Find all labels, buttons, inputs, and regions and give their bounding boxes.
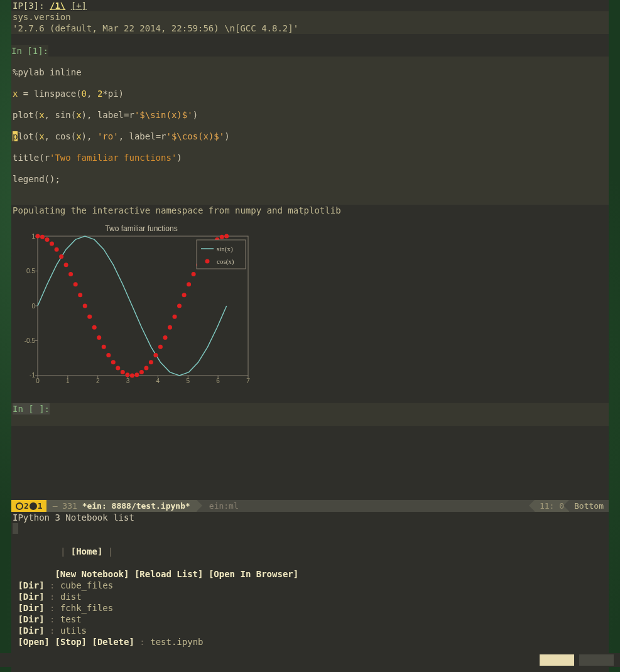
major-mode: ein:ml	[197, 501, 239, 511]
svg-point-45	[116, 366, 120, 370]
svg-point-40	[92, 325, 97, 330]
svg-point-39	[87, 315, 92, 319]
svg-point-51	[144, 366, 148, 370]
svg-text:-0.5: -0.5	[24, 337, 36, 344]
notebook-list: IPython 3 Notebook list | [Home] | [New …	[11, 512, 609, 648]
dir-button[interactable]: [Dir]	[18, 626, 44, 636]
output-line: sys.version	[13, 11, 607, 23]
svg-text:0.5: 0.5	[26, 268, 35, 274]
open-button[interactable]: [Open]	[18, 637, 50, 647]
svg-text:3: 3	[126, 377, 130, 384]
svg-point-54	[158, 345, 163, 349]
spacer	[11, 392, 609, 403]
ip-label: IP[3]:	[13, 0, 50, 11]
svg-point-67	[220, 235, 224, 239]
code-line: %pylab inline	[13, 67, 82, 77]
svg-point-28	[36, 234, 40, 239]
entry-name[interactable]: fchk_files	[60, 603, 113, 613]
svg-point-34	[64, 263, 68, 267]
list-item: [Dir] : cube_files	[13, 580, 607, 591]
add-cell-button[interactable]: [+]	[71, 0, 87, 11]
svg-point-36	[73, 282, 78, 286]
plot-output: Two familiar functions 1 0.5 0 -0.5 -1	[11, 216, 609, 392]
output-line: '2.7.6 (default, Mar 22 2014, 22:59:56) …	[13, 23, 607, 34]
entry-name[interactable]: test.ipynb	[150, 637, 203, 647]
buffer-name[interactable]: *ein: 8888/test.ipynb*	[82, 501, 190, 511]
svg-point-42	[102, 345, 106, 349]
cell-output-3: sys.version '2.7.6 (default, Mar 22 2014…	[11, 11, 609, 34]
modeline-main: — 331 *ein: 8888/test.ipynb*	[46, 500, 197, 512]
cell-in-1-header: In [1]:	[11, 45, 609, 57]
svg-point-55	[163, 335, 168, 340]
spacer	[11, 34, 609, 45]
svg-point-56	[168, 325, 172, 330]
svg-text:7: 7	[246, 377, 250, 384]
delete-button[interactable]: [Delete]	[92, 637, 134, 647]
svg-text:-1: -1	[30, 372, 35, 379]
populate-message: Populating the interactive namespace fro…	[11, 205, 609, 216]
modeline-top: 2 1 — 331 *ein: 8888/test.ipynb* ein:ml …	[11, 500, 609, 512]
svg-text:4: 4	[156, 377, 160, 384]
dir-button[interactable]: [Dir]	[18, 614, 44, 624]
entry-name[interactable]: dist	[60, 592, 82, 602]
kernel-link[interactable]: /1\	[50, 0, 65, 11]
svg-point-52	[149, 360, 153, 364]
svg-point-68	[224, 234, 229, 239]
svg-text:6: 6	[216, 377, 220, 384]
svg-point-57	[173, 315, 177, 319]
filler	[11, 426, 609, 500]
entry-name[interactable]: test	[60, 614, 82, 624]
svg-point-49	[134, 372, 139, 377]
breadcrumb: | [Home] |	[13, 534, 607, 546]
dir-button[interactable]: [Dir]	[18, 580, 44, 590]
legend: sin(x) cos(x)	[197, 240, 246, 269]
svg-text:1: 1	[66, 377, 70, 384]
svg-point-32	[55, 247, 59, 252]
svg-point-58	[177, 304, 182, 308]
dir-button[interactable]: [Dir]	[18, 592, 44, 602]
svg-point-72	[205, 259, 210, 264]
svg-point-38	[83, 304, 87, 308]
cursor	[13, 523, 18, 534]
svg-point-30	[45, 237, 50, 242]
svg-point-37	[78, 293, 82, 297]
reload-list-button[interactable]: [Reload List]	[134, 569, 204, 579]
svg-point-33	[59, 254, 63, 259]
win-indicator-icon	[30, 502, 37, 510]
stop-button[interactable]: [Stop]	[55, 637, 87, 647]
empty-cell-body[interactable]	[11, 415, 609, 426]
entry-name[interactable]: utils	[60, 626, 87, 636]
svg-point-35	[68, 272, 73, 276]
svg-point-46	[121, 370, 125, 374]
svg-point-47	[125, 372, 129, 377]
bottom-pane: IPython 3 Notebook list | [Home] | [New …	[11, 512, 609, 672]
modeline-badges: 2 1	[11, 500, 46, 512]
top-pane: IP[3]: /1\ [+] sys.version '2.7.6 (defau…	[11, 0, 609, 500]
list-item: [Dir] : dist	[13, 591, 607, 602]
svg-text:0: 0	[36, 377, 40, 384]
dir-button[interactable]: [Dir]	[18, 603, 44, 613]
home-link[interactable]: [Home]	[71, 546, 103, 556]
svg-text:1: 1	[31, 233, 35, 240]
modeline-location: Bottom	[569, 500, 609, 512]
svg-point-61	[192, 272, 196, 276]
svg-point-50	[139, 370, 144, 374]
entry-name[interactable]: cube_files	[60, 580, 113, 590]
chart-svg: Two familiar functions 1 0.5 0 -0.5 -1	[13, 221, 261, 387]
open-in-browser-button[interactable]: [Open In Browser]	[209, 569, 298, 579]
cell-in-empty[interactable]: In [ ]:	[11, 403, 609, 415]
minibuffer	[0, 653, 620, 667]
svg-point-60	[187, 282, 191, 286]
svg-point-31	[50, 242, 54, 246]
in-prompt: In [1]:	[11, 45, 48, 57]
notebook-actions: [New Notebook] [Reload List] [Open In Br…	[13, 557, 607, 568]
cell-in-1-code[interactable]: %pylab inline x = linspace(0, 2*pi) plot…	[11, 57, 609, 205]
new-notebook-button[interactable]: [New Notebook]	[55, 569, 129, 579]
svg-point-44	[111, 360, 116, 364]
chart-title: Two familiar functions	[105, 224, 177, 233]
in-prompt-empty: In [ ]:	[13, 403, 50, 415]
win-indicator-icon	[16, 502, 23, 510]
svg-text:0: 0	[31, 303, 35, 310]
emacs-frame: IP[3]: /1\ [+] sys.version '2.7.6 (defau…	[11, 0, 609, 653]
notebook-list-title: IPython 3 Notebook list	[13, 512, 607, 523]
